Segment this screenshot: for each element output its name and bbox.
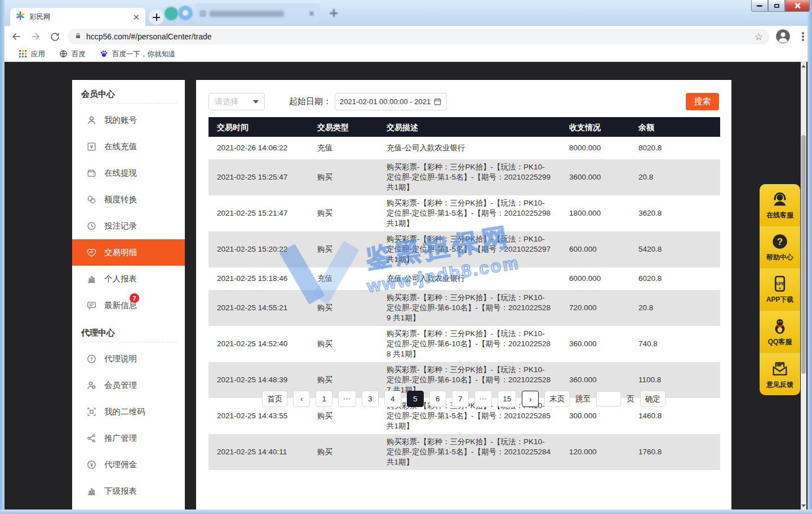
scroll-up-arrow[interactable] bbox=[801, 62, 806, 70]
content-card: 请选择 起始日期： 2021-02-01 00:00:00 - 2021 搜索 … bbox=[196, 80, 731, 509]
search-button[interactable]: 搜索 bbox=[686, 93, 719, 110]
cell-balance: 1100.8 bbox=[630, 372, 720, 388]
profile-avatar[interactable] bbox=[775, 29, 791, 44]
cell-type: 购买 bbox=[309, 408, 378, 424]
page-button-6[interactable]: 6 bbox=[429, 391, 446, 407]
sidebar-item-chat[interactable]: 最新信息7 bbox=[72, 292, 185, 319]
sidebar-item-question[interactable]: ?代理说明 bbox=[72, 346, 185, 372]
type-select[interactable]: 请选择 bbox=[208, 93, 265, 110]
chart-icon bbox=[86, 486, 97, 497]
float-question-solid-button[interactable]: ?帮助中心 bbox=[760, 226, 800, 269]
sidebar-item-label: 在线提现 bbox=[104, 168, 137, 178]
cell-desc: 充值-公司入款农业银行 bbox=[378, 140, 561, 156]
cell-amount: 360.000 bbox=[561, 372, 630, 388]
close-button[interactable] bbox=[785, 0, 810, 12]
share-icon bbox=[86, 433, 97, 444]
date-label: 起始日期： bbox=[289, 96, 331, 107]
page-button-7[interactable]: 7 bbox=[452, 391, 469, 407]
first-page-button[interactable]: 首页 bbox=[262, 391, 287, 407]
minimize-button[interactable] bbox=[751, 0, 768, 12]
reload-button[interactable] bbox=[47, 29, 62, 44]
bookmark-apps[interactable]: 应用 bbox=[15, 50, 45, 60]
float-qq-button[interactable]: QQ客服 bbox=[760, 311, 800, 353]
bookmarks-bar: 应用 百度 百度一下，你就知道 bbox=[5, 47, 807, 62]
scrollbar-thumb[interactable] bbox=[801, 135, 806, 374]
cell-desc: 购买彩票-【彩种：三分PK拾】-【玩法：PK10-定位胆-定位胆-第1-5名】-… bbox=[378, 231, 561, 267]
table-header-row: 交易时间交易类型交易描述收支情况余额 bbox=[208, 117, 720, 137]
url-text: hccp56.com/#/personalCenter/trade bbox=[86, 32, 755, 41]
maximize-button[interactable] bbox=[768, 0, 785, 12]
prev-page-button[interactable]: ‹ bbox=[293, 391, 310, 407]
jump-page-input[interactable] bbox=[596, 391, 621, 406]
sidebar-item-wallet[interactable]: 在线提现 bbox=[72, 160, 185, 186]
date-range-input[interactable]: 2021-02-01 00:00:00 - 2021 bbox=[335, 93, 447, 110]
sidebar-item-user-gear[interactable]: 会员管理 bbox=[72, 372, 185, 399]
sidebar-item-label: 个人报表 bbox=[104, 274, 137, 284]
mail-icon bbox=[770, 359, 789, 378]
cell-balance: 740.8 bbox=[630, 336, 720, 352]
calendar-icon bbox=[433, 97, 442, 106]
next-page-button[interactable]: › bbox=[522, 391, 539, 407]
sidebar-item-clock[interactable]: 投注记录 bbox=[72, 213, 185, 239]
sidebar-item-label: 投注记录 bbox=[104, 221, 137, 231]
browser-tab[interactable]: 彩民网 ✕ bbox=[10, 8, 145, 26]
table-row: 2021-02-25 15:18:46充值充值-公司入款农业银行6000.000… bbox=[208, 267, 720, 290]
table-row: 2021-02-25 15:20:22购买购买彩票-【彩种：三分PK拾】-【玩法… bbox=[208, 231, 720, 267]
last-page-button[interactable]: 末页 bbox=[544, 391, 570, 407]
lock-icon bbox=[74, 32, 82, 42]
browser-menu-icon[interactable] bbox=[798, 29, 808, 44]
page-ellipsis: ••• bbox=[338, 391, 356, 407]
sidebar-item-label: 代理佣金 bbox=[104, 459, 137, 470]
page-button-4[interactable]: 4 bbox=[384, 391, 401, 407]
url-bar[interactable]: hccp56.com/#/personalCenter/trade ☆ bbox=[68, 29, 770, 44]
sidebar-item-label: 代理说明 bbox=[104, 354, 137, 364]
float-phone-app-button[interactable]: APPAPP下载 bbox=[760, 269, 800, 311]
page-button-15[interactable]: 15 bbox=[498, 391, 516, 407]
sidebar-item-yen-circle[interactable]: ¥代理佣金 bbox=[72, 452, 185, 478]
divider bbox=[80, 342, 177, 342]
sidebar-item-user[interactable]: 我的账号 bbox=[72, 107, 185, 133]
new-tab-button[interactable] bbox=[149, 10, 164, 25]
forward-button[interactable] bbox=[28, 29, 43, 44]
sidebar-section-title: 代理中心 bbox=[72, 319, 185, 342]
confirm-jump-button[interactable]: 确定 bbox=[640, 391, 665, 407]
background-newtab-icon bbox=[330, 9, 338, 17]
float-mail-button[interactable]: 意见反馈 bbox=[760, 353, 800, 395]
column-header: 交易描述 bbox=[378, 119, 561, 135]
cell-type: 购买 bbox=[309, 300, 378, 316]
cell-desc: 购买彩票-【彩种：三分PK拾】-【玩法：PK10-定位胆-定位胆-第6-10名】… bbox=[378, 290, 561, 326]
bookmark-baidu[interactable]: 百度 bbox=[55, 50, 86, 60]
page-button-3[interactable]: 3 bbox=[362, 391, 379, 407]
svg-text:?: ? bbox=[90, 356, 93, 362]
page-button-5[interactable]: 5 bbox=[407, 391, 424, 407]
sidebar-item-share[interactable]: 推广管理 bbox=[72, 425, 185, 452]
back-button[interactable] bbox=[9, 29, 24, 44]
tab-close-icon[interactable]: ✕ bbox=[132, 13, 140, 21]
float-item-label: APP下载 bbox=[766, 295, 794, 305]
cell-balance: 8020.8 bbox=[630, 140, 720, 156]
cell-time: 2021-02-25 15:18:46 bbox=[208, 271, 309, 287]
sidebar-item-coins[interactable]: 额度转换 bbox=[72, 186, 185, 213]
cell-balance: 6020.8 bbox=[630, 271, 720, 287]
cell-amount: 720.000 bbox=[561, 300, 630, 316]
bookmark-label: 百度 bbox=[72, 50, 86, 59]
sidebar-item-qr[interactable]: 我的二维码 bbox=[72, 399, 185, 425]
page-button-1[interactable]: 1 bbox=[316, 391, 332, 407]
window-border bbox=[0, 0, 5, 514]
sidebar-item-chart[interactable]: 个人报表 bbox=[72, 266, 185, 292]
headset-icon bbox=[770, 190, 789, 209]
scroll-down-arrow[interactable] bbox=[801, 502, 806, 509]
cell-type: 购买 bbox=[309, 372, 378, 388]
user-icon bbox=[86, 115, 97, 126]
sidebar-item-heart[interactable]: 交易明细 bbox=[72, 239, 185, 266]
cell-time: 2021-02-25 15:21:47 bbox=[208, 205, 309, 221]
float-headset-button[interactable]: 在线客服 bbox=[760, 184, 800, 226]
bookmark-star-icon[interactable]: ☆ bbox=[755, 31, 763, 43]
page-scrollbar bbox=[801, 62, 806, 509]
bookmark-baidu-search[interactable]: 百度一下，你就知道 bbox=[96, 50, 176, 60]
sidebar-item-yen-square[interactable]: ¥在线充值 bbox=[72, 133, 185, 160]
float-item-label: 意见反馈 bbox=[766, 380, 793, 390]
sidebar-item-chart[interactable]: 下级报表 bbox=[72, 478, 185, 504]
cell-time: 2021-02-25 14:52:40 bbox=[208, 336, 309, 352]
sidebar-item-label: 推广管理 bbox=[104, 433, 137, 444]
